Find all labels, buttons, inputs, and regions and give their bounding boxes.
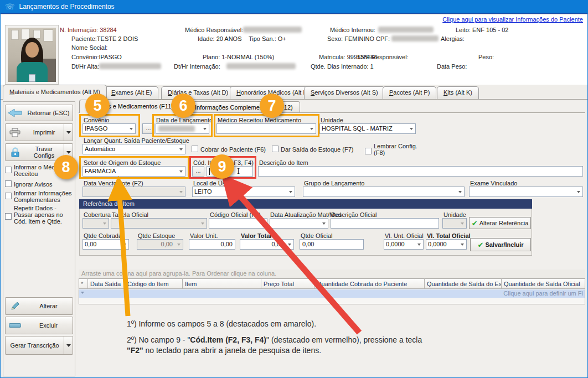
grid-header-qtd-cobrada[interactable]: Quantidade Cobrada do Paciente bbox=[314, 278, 425, 289]
exame-vinculado-select[interactable] bbox=[469, 187, 583, 197]
tabela-oficial-label: Tabela Oficial bbox=[112, 211, 148, 218]
chevron-down-icon bbox=[319, 219, 328, 228]
unidade-oficial-select bbox=[442, 218, 467, 229]
valor-unit-input[interactable]: 0,00 bbox=[189, 239, 235, 250]
lock-icon bbox=[6, 147, 24, 158]
chevron-down-icon bbox=[458, 240, 466, 249]
checkbox-repetir-dados-label: Repetir Dados - Passar apenas no Cód. It… bbox=[14, 205, 73, 225]
patient-photo-image bbox=[8, 28, 56, 82]
printer-icon bbox=[6, 128, 24, 137]
app-icon: ☏ bbox=[5, 2, 15, 11]
idade: Idade: 20 ANOS bbox=[198, 35, 242, 42]
vl-total-oficial-select[interactable]: 0,0000 bbox=[426, 239, 467, 250]
checkbox-cobrar-paciente[interactable] bbox=[192, 146, 198, 152]
tab-servicos-diversos[interactable]: Serviços Diversos (Alt S) bbox=[304, 86, 385, 99]
grid-empty-row[interactable] bbox=[79, 298, 585, 304]
grid-filter-row[interactable]: Clique aqui para definir um Fi bbox=[79, 289, 585, 298]
alergias: Alergias: bbox=[441, 35, 465, 42]
tab-kits[interactable]: Kits (Alt K) bbox=[437, 86, 479, 99]
grupo-lancamento-select[interactable] bbox=[303, 187, 465, 197]
setor-origem-select[interactable]: FARMÁCIA bbox=[82, 166, 185, 177]
retornar-button[interactable]: Retornar (ESC) bbox=[5, 105, 73, 121]
unidade-select[interactable]: HOSPITAL SQL - MATRIZ bbox=[319, 123, 416, 134]
sidebar-panel bbox=[3, 101, 75, 376]
valor-unit-label: Valor Unit. bbox=[190, 232, 218, 239]
titlebar[interactable]: ☏ Lançamentos de Procedimentos bbox=[1, 1, 588, 14]
local-uso-select[interactable]: LEITO bbox=[192, 187, 295, 197]
checkbox-ignorar-avisos[interactable] bbox=[5, 180, 12, 187]
qtde-dias-internado: Qtde. Dias Internado: 1 bbox=[311, 63, 374, 70]
dthr-internacao-redacted bbox=[226, 63, 296, 69]
convenio-more-button[interactable]: ... bbox=[142, 123, 154, 134]
alterar-referencia-button[interactable]: ✔ Alterar Referência bbox=[469, 217, 531, 229]
cod-item-more-button[interactable]: ... bbox=[192, 166, 204, 177]
grid-header-data-saida[interactable]: Data Saída bbox=[88, 278, 125, 289]
lancar-quant-label: Lançar Quant. Saída Paciente/Estoque bbox=[84, 137, 189, 144]
badge-7: 7 bbox=[260, 94, 284, 118]
badge-5: 5 bbox=[85, 94, 110, 118]
medico-receitou-label: Médico Receitou Medicamento bbox=[218, 117, 301, 123]
vl-unt-oficial-select[interactable]: 0,0000 bbox=[384, 239, 424, 250]
peso: Peso: bbox=[478, 54, 494, 60]
descricao-item-input[interactable] bbox=[258, 166, 583, 177]
instruction-step-2: 2º) No campo 9 - "Cód.Item (F2, F3, F4)"… bbox=[127, 335, 528, 356]
lancar-quant-select[interactable]: Automático bbox=[82, 144, 185, 154]
badge-8: 8 bbox=[54, 155, 78, 179]
convenio-select[interactable]: IPASGO bbox=[82, 123, 136, 134]
cobertura-label: Cobertura bbox=[84, 211, 111, 218]
medico-internou: Médico Internou: bbox=[330, 27, 375, 33]
descricao-oficial-input[interactable] bbox=[331, 218, 439, 229]
medico-receitou-select[interactable] bbox=[216, 123, 316, 134]
leito: Leito: ENF 105 - 02 bbox=[456, 27, 508, 33]
data-lancamento-redacted bbox=[158, 126, 195, 132]
cpf: CPF: bbox=[376, 35, 390, 42]
qtde-cobrada-select[interactable]: 0,00 bbox=[82, 239, 129, 250]
cpf-responsavel: CPF Responsável: bbox=[358, 54, 409, 60]
checkbox-lembrar-config-label: Lembrar Config. (F8) bbox=[374, 143, 419, 156]
grid-header-codigo-item[interactable]: Código do Item bbox=[125, 278, 183, 289]
excluir-button[interactable]: Excluir bbox=[5, 317, 73, 334]
gerar-dropdown-arrow[interactable] bbox=[64, 336, 73, 354]
codigo-oficial-label: Código Oficial (F5) bbox=[210, 211, 261, 218]
chevron-down-icon bbox=[177, 167, 185, 176]
valor-total-label: Valor Total bbox=[241, 232, 271, 239]
imprimir-dropdown-arrow[interactable] bbox=[64, 124, 73, 141]
tab-diarias-taxas[interactable]: Diárias e Taxas (Alt D) bbox=[161, 86, 235, 99]
vl-total-oficial-label: Vl. Total Oficial bbox=[427, 232, 471, 239]
grid-header-qtd-saida-estoque[interactable]: Quantidade de Saída do Estoque bbox=[425, 278, 502, 289]
qtde-oficial-input[interactable]: 0,00 bbox=[300, 239, 364, 250]
checkbox-dar-saida[interactable] bbox=[272, 146, 278, 152]
tab-pacotes[interactable]: Pacotes (Alt P) bbox=[383, 86, 436, 99]
grid-header-item[interactable]: Item bbox=[183, 278, 261, 289]
chevron-down-icon bbox=[127, 124, 135, 133]
patient-photo bbox=[5, 25, 59, 85]
data-atualizacao-select[interactable] bbox=[270, 218, 328, 229]
gerar-transcricao-button[interactable]: Gerar Transcrição bbox=[5, 336, 73, 355]
tab-exames[interactable]: Exames (Alt E) bbox=[105, 86, 158, 99]
checkbox-lembrar-config[interactable] bbox=[365, 148, 372, 154]
grid-header-icon: * bbox=[79, 278, 88, 289]
chevron-down-icon bbox=[286, 187, 295, 196]
patient-info-link[interactable]: Clique aqui para visualizar Informações … bbox=[442, 16, 583, 23]
grid-groupby-hint[interactable]: Arraste uma coluna aqui para agrupa-la. … bbox=[79, 270, 585, 278]
checkbox-repetir-dados[interactable] bbox=[5, 213, 12, 220]
valor-total-select[interactable]: 0,00 bbox=[240, 239, 294, 250]
filter-funnel-icon bbox=[81, 292, 84, 296]
grid-header-preco-total[interactable]: Preço Total bbox=[261, 278, 314, 289]
minus-bar-icon bbox=[6, 323, 24, 328]
chevron-down-icon bbox=[407, 124, 415, 133]
imprimir-button[interactable]: Imprimir bbox=[5, 123, 73, 141]
paciente: Paciente:TESTE 2 DOIS bbox=[71, 35, 138, 42]
alterar-button[interactable]: Alterar bbox=[5, 297, 73, 315]
grid-header-qtd-saida-oficial[interactable]: Quantidade de Saída Oficial bbox=[502, 278, 585, 289]
window-title: Lançamentos de Procedimentos bbox=[19, 3, 115, 11]
checkbox-informar-medico[interactable] bbox=[5, 167, 12, 173]
badge-6: 6 bbox=[171, 94, 195, 118]
medico-internou-redacted bbox=[378, 27, 434, 33]
convenio-paciente: Convênio:IPASGO bbox=[71, 54, 122, 60]
checkbox-informar-informacoes[interactable] bbox=[5, 193, 12, 199]
salvar-incluir-button[interactable]: ✔ Salvar/Incluir bbox=[470, 238, 531, 251]
codigo-oficial-input[interactable] bbox=[209, 218, 267, 229]
chevron-down-icon bbox=[177, 144, 185, 154]
chevron-down-icon bbox=[177, 187, 185, 196]
